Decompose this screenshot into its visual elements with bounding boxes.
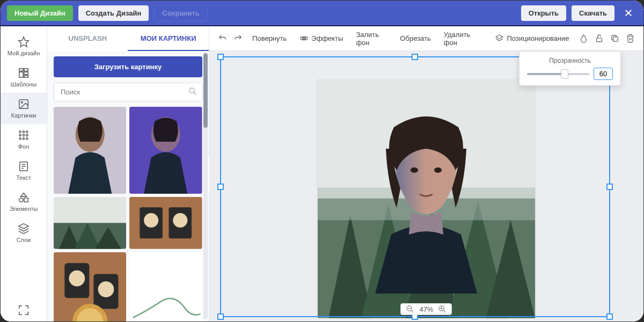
side-panel: UNSPLASH МОИ КАРТИНКИ Загрузить картинку: [47, 26, 209, 321]
svg-point-64: [411, 167, 418, 173]
fill-background-button[interactable]: Залить фон: [352, 28, 391, 49]
canvas-viewport[interactable]: 47%: [209, 51, 643, 321]
panel-body: Загрузить картинку: [47, 51, 209, 321]
lock-button[interactable]: [594, 32, 605, 46]
duplicate-button[interactable]: [609, 32, 620, 46]
svg-marker-26: [19, 224, 28, 229]
resize-handle[interactable]: [606, 184, 613, 190]
svg-rect-6: [24, 72, 28, 75]
svg-point-27: [189, 88, 194, 93]
zoom-value: 47%: [419, 305, 433, 313]
svg-marker-2: [19, 37, 28, 47]
resize-handle[interactable]: [217, 313, 224, 320]
image-thumbnail[interactable]: [129, 107, 202, 194]
create-design-button[interactable]: Создать Дизайн: [78, 5, 149, 21]
rail-item-text[interactable]: Текст: [1, 155, 47, 186]
panel-scrollbar[interactable]: [203, 53, 208, 319]
text-icon: [18, 160, 30, 172]
rail-item-elements[interactable]: Элементы: [1, 186, 47, 217]
opacity-label: Прозрачность: [527, 57, 613, 64]
svg-rect-33: [54, 197, 126, 223]
svg-line-72: [443, 310, 445, 312]
svg-point-41: [144, 213, 159, 228]
main-area: Мой дизайн Шаблоны Картинки Фон Текст Эл…: [1, 26, 643, 321]
opacity-input[interactable]: [594, 68, 613, 80]
svg-rect-55: [613, 37, 618, 42]
positioning-button[interactable]: Позиционирование: [491, 31, 573, 46]
panel-tabs: UNSPLASH МОИ КАРТИНКИ: [47, 26, 209, 51]
svg-point-10: [19, 131, 21, 133]
save-button[interactable]: Сохранить: [154, 5, 208, 21]
download-button[interactable]: Скачать: [572, 5, 614, 21]
svg-line-28: [194, 92, 196, 94]
effects-button[interactable]: Эффекты: [295, 31, 347, 46]
svg-point-42: [173, 213, 188, 228]
image-grid: [54, 107, 202, 321]
templates-icon: [18, 67, 30, 79]
undo-button[interactable]: [217, 32, 228, 46]
context-toolbar: Повернуть Эффекты Залить фон Обрезать Уд…: [209, 26, 643, 51]
image-icon: [18, 98, 30, 110]
image-thumbnail[interactable]: [54, 197, 126, 249]
design-canvas[interactable]: [318, 79, 535, 315]
resize-handle[interactable]: [217, 184, 224, 190]
layers-icon: [495, 34, 504, 43]
remove-background-button[interactable]: Удалить фон: [440, 28, 482, 49]
svg-rect-54: [596, 38, 602, 42]
svg-point-51: [301, 37, 304, 40]
upload-image-button[interactable]: Загрузить картинку: [54, 56, 202, 77]
image-thumbnail[interactable]: [54, 252, 126, 321]
redo-button[interactable]: [232, 32, 244, 46]
svg-rect-25: [24, 198, 28, 202]
rail-item-fullscreen[interactable]: [1, 299, 47, 321]
svg-point-12: [26, 131, 28, 133]
person-image-layer[interactable]: [340, 95, 512, 294]
rail-item-background[interactable]: Фон: [1, 124, 47, 155]
tab-unsplash[interactable]: UNSPLASH: [47, 26, 128, 51]
image-thumbnail[interactable]: [129, 197, 202, 249]
svg-point-11: [23, 131, 24, 133]
resize-handle[interactable]: [217, 54, 224, 60]
left-rail: Мой дизайн Шаблоны Картинки Фон Текст Эл…: [1, 26, 47, 321]
svg-point-52: [304, 37, 308, 40]
rail-item-layers[interactable]: Слои: [1, 217, 47, 248]
svg-rect-4: [24, 69, 28, 71]
zoom-in-button[interactable]: [436, 305, 448, 313]
opacity-popover: Прозрачность: [519, 51, 621, 86]
svg-point-14: [23, 134, 24, 136]
svg-point-9: [21, 101, 23, 103]
rail-item-images[interactable]: Картинки: [1, 93, 47, 124]
svg-rect-5: [19, 72, 23, 77]
rail-item-my-design[interactable]: Мой дизайн: [1, 31, 47, 62]
svg-point-65: [434, 167, 442, 173]
grid-icon: [18, 129, 30, 141]
tab-my-images[interactable]: МОИ КАРТИНКИ: [128, 26, 208, 51]
close-icon[interactable]: [620, 4, 637, 21]
new-design-button[interactable]: Новый Дизайн: [7, 5, 73, 21]
rail-item-templates[interactable]: Шаблоны: [1, 62, 47, 93]
svg-marker-23: [21, 193, 27, 196]
svg-point-17: [23, 138, 24, 140]
zoom-out-button[interactable]: [404, 305, 416, 313]
search-input[interactable]: [54, 83, 202, 101]
resize-handle[interactable]: [606, 313, 613, 320]
open-button[interactable]: Открыть: [521, 5, 566, 21]
rotate-button[interactable]: Повернуть: [248, 32, 291, 45]
crop-button[interactable]: Обрезать: [396, 32, 435, 45]
canvas-area: Повернуть Эффекты Залить фон Обрезать Уд…: [209, 26, 643, 321]
svg-point-24: [19, 198, 23, 202]
opacity-slider[interactable]: [527, 73, 589, 75]
svg-point-16: [19, 138, 21, 140]
opacity-button[interactable]: [578, 32, 589, 46]
image-thumbnail[interactable]: [54, 107, 126, 194]
shapes-icon: [18, 192, 30, 203]
svg-point-15: [26, 134, 28, 136]
image-thumbnail[interactable]: [129, 252, 202, 321]
svg-point-47: [98, 281, 114, 297]
top-bar: Новый Дизайн Создать Дизайн Сохранить От…: [1, 1, 643, 26]
resize-handle[interactable]: [412, 54, 418, 60]
delete-button[interactable]: [625, 32, 636, 46]
svg-point-18: [26, 138, 28, 140]
svg-marker-53: [496, 35, 503, 39]
effects-icon: [299, 34, 309, 43]
